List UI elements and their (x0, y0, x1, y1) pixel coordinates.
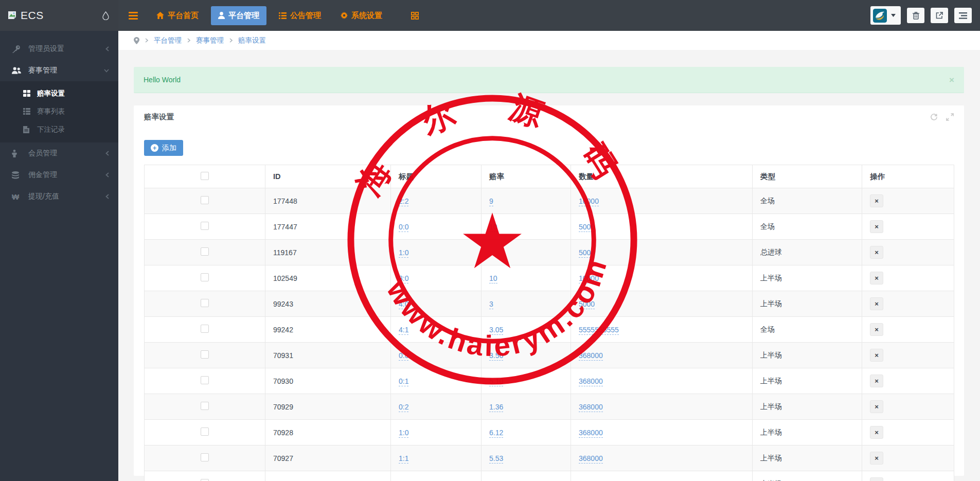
caret-down-icon (891, 14, 896, 17)
select-all-checkbox[interactable] (201, 172, 209, 180)
editable-value[interactable]: 6.12 (489, 429, 503, 438)
editable-value[interactable]: 368000 (579, 351, 603, 361)
cell-type: 上半场 (753, 446, 862, 471)
delete-button[interactable]: × (870, 246, 883, 259)
editable-value[interactable]: 5.10 (489, 377, 503, 386)
th-large-icon (23, 90, 37, 97)
delete-button[interactable]: × (870, 349, 883, 362)
row-checkbox[interactable] (201, 325, 209, 333)
row-checkbox[interactable] (201, 222, 209, 230)
editable-value[interactable]: 5000 (579, 300, 595, 309)
cell-action: × (862, 471, 954, 481)
row-checkbox[interactable] (201, 453, 209, 461)
breadcrumb-link-平台管理[interactable]: 平台管理 (154, 36, 182, 45)
sidebar: 管理员设置赛事管理赔率设置赛事列表下注记录会员管理佣金管理₩提现/充值 (0, 31, 118, 481)
menu-lines-button[interactable] (954, 8, 972, 23)
nav-item-平台首页[interactable]: 平台首页 (149, 6, 206, 25)
sidebar-item-赛事管理[interactable]: 赛事管理 (0, 60, 118, 81)
delete-button[interactable]: × (870, 323, 883, 336)
sidebar-item-佣金管理[interactable]: 佣金管理 (0, 164, 118, 186)
editable-value[interactable]: 10000 (579, 274, 599, 283)
editable-value[interactable]: 4:0 (399, 300, 408, 309)
row-checkbox[interactable] (201, 350, 209, 359)
hamburger-icon[interactable] (129, 12, 138, 20)
nav-item-平台管理[interactable]: 平台管理 (211, 6, 266, 25)
alert-close-icon[interactable]: × (949, 76, 954, 84)
brand-area[interactable]: ECS (0, 0, 118, 31)
breadcrumb-link-赔率设置[interactable]: 赔率设置 (238, 36, 266, 45)
editable-value[interactable]: 0:0 (399, 351, 408, 361)
editable-value[interactable]: 4:1 (399, 326, 408, 335)
delete-button[interactable]: × (870, 400, 883, 413)
row-checkbox[interactable] (201, 196, 209, 204)
crumb-sep-icon (145, 38, 148, 43)
editable-value[interactable]: 368000 (579, 454, 603, 464)
cell-id: 99243 (265, 291, 391, 317)
add-button[interactable]: + 添加 (144, 140, 183, 156)
sidebar-subitem-赛事列表[interactable]: 赛事列表 (0, 102, 118, 120)
profile-button[interactable] (870, 6, 901, 25)
external-link-button[interactable] (931, 8, 948, 23)
expand-icon[interactable] (946, 113, 954, 121)
sidebar-item-管理员设置[interactable]: 管理员设置 (0, 38, 118, 60)
refresh-icon[interactable] (930, 113, 938, 121)
row-checkbox[interactable] (201, 479, 209, 481)
row-checkbox[interactable] (201, 299, 209, 307)
chevron-left-icon (105, 46, 109, 51)
editable-value[interactable]: 368000 (579, 429, 603, 438)
delete-button[interactable]: × (870, 194, 883, 207)
editable-value[interactable]: 5000 (579, 223, 595, 232)
editable-value[interactable]: 368000 (579, 403, 603, 412)
sidebar-subitem-赔率设置[interactable]: 赔率设置 (0, 84, 118, 102)
table-header-row: ID标题赔率数量类型操作 (145, 165, 954, 188)
cell-id: 70926 (265, 471, 391, 481)
editable-value[interactable]: 3.05 (489, 326, 503, 335)
person-icon (12, 150, 28, 157)
editable-value[interactable]: 0:0 (399, 223, 408, 232)
editable-value[interactable]: 1:1 (399, 454, 408, 464)
editable-value[interactable]: 5.53 (489, 454, 503, 464)
editable-value[interactable]: 3:0 (399, 274, 408, 283)
editable-value[interactable]: 0:2 (399, 403, 408, 412)
delete-button[interactable]: × (870, 272, 883, 284)
brand-text: ECS (21, 9, 44, 22)
breadcrumb-link-赛事管理[interactable]: 赛事管理 (196, 36, 224, 45)
file-icon (23, 126, 37, 133)
editable-value[interactable]: 2:2 (399, 197, 408, 206)
editable-value[interactable]: 10000 (579, 197, 599, 206)
delete-button[interactable]: × (870, 297, 883, 310)
nav-item-公告管理[interactable]: 公告管理 (272, 6, 328, 25)
delete-button[interactable]: × (870, 477, 883, 481)
editable-value[interactable]: 9 (489, 197, 493, 206)
row-checkbox[interactable] (201, 427, 209, 436)
cell-id: 70928 (265, 420, 391, 446)
pin-icon (134, 37, 139, 44)
editable-value[interactable]: 10 (489, 223, 497, 232)
nav-item-系统设置[interactable]: 系统设置 (333, 6, 389, 25)
cell-type: 上半场 (753, 471, 862, 481)
nav-item-apps[interactable] (404, 7, 426, 24)
table-row: 709290:21.36368000上半场× (145, 394, 954, 420)
sidebar-item-会员管理[interactable]: 会员管理 (0, 142, 118, 164)
row-checkbox[interactable] (201, 402, 209, 410)
editable-value[interactable]: 0:1 (399, 377, 408, 386)
row-checkbox[interactable] (201, 247, 209, 256)
editable-value[interactable]: 368000 (579, 377, 603, 386)
delete-button[interactable]: × (870, 452, 883, 465)
editable-value[interactable]: 500 (579, 248, 591, 258)
editable-value[interactable]: 10 (489, 274, 497, 283)
editable-value[interactable]: 3 (489, 300, 493, 309)
editable-value[interactable]: 1.36 (489, 403, 503, 412)
sidebar-subitem-下注记录[interactable]: 下注记录 (0, 120, 118, 138)
delete-button[interactable]: × (870, 220, 883, 233)
editable-value[interactable]: 1:0 (399, 248, 408, 258)
editable-value[interactable]: 3.56 (489, 351, 503, 361)
editable-value[interactable]: 5555555555 (579, 326, 619, 335)
delete-button[interactable]: × (870, 426, 883, 439)
row-checkbox[interactable] (201, 376, 209, 384)
delete-button[interactable]: × (870, 375, 883, 387)
editable-value[interactable]: 1:0 (399, 429, 408, 438)
row-checkbox[interactable] (201, 273, 209, 281)
sidebar-item-提现/充值[interactable]: ₩提现/充值 (0, 186, 118, 207)
trash-button[interactable] (907, 8, 924, 23)
